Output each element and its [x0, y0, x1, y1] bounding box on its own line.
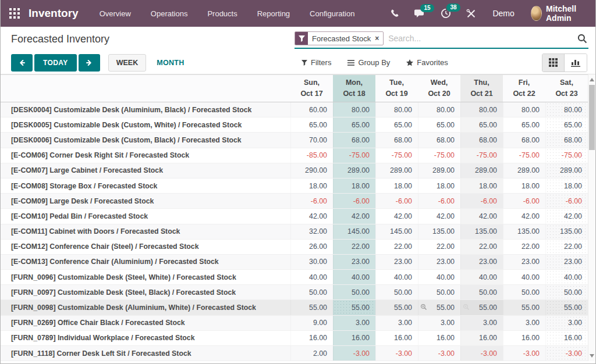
- grid-cell[interactable]: -6.00: [418, 194, 460, 208]
- grid-cell[interactable]: 23.00: [418, 255, 460, 269]
- grid-cell[interactable]: -6.00: [545, 194, 588, 208]
- grid-cell[interactable]: 3.00: [545, 316, 588, 330]
- grid-cell[interactable]: 42.00: [375, 209, 418, 223]
- grid-cell[interactable]: 42.00: [503, 209, 545, 223]
- grid-cell[interactable]: 55.00: [503, 300, 545, 315]
- menu-reporting[interactable]: Reporting: [257, 9, 290, 18]
- grid-cell[interactable]: 145.00: [375, 224, 418, 239]
- grid-cell[interactable]: 40.00: [418, 270, 460, 284]
- filters-menu[interactable]: Filters: [301, 58, 331, 67]
- grid-cell[interactable]: 42.00: [545, 209, 588, 223]
- grid-cell[interactable]: 80.00: [375, 102, 418, 117]
- grid-cell[interactable]: 42.00: [290, 209, 333, 223]
- grid-cell[interactable]: 40.00: [290, 270, 333, 284]
- grid-cell[interactable]: 22.00: [460, 240, 503, 254]
- previous-period-button[interactable]: [11, 54, 33, 72]
- grid-cell[interactable]: 289.00: [503, 163, 545, 178]
- grid-cell[interactable]: 9.00: [290, 316, 333, 330]
- grid-cell[interactable]: 40.00: [375, 270, 418, 284]
- grid-cell[interactable]: 290.00: [290, 163, 333, 178]
- grid-cell[interactable]: 18.00: [460, 179, 503, 193]
- grid-cell[interactable]: 289.00: [545, 163, 588, 178]
- grid-cell[interactable]: -3.00: [375, 346, 418, 361]
- grid-cell[interactable]: 18.00: [503, 179, 545, 193]
- grid-cell[interactable]: 65.00: [545, 117, 588, 132]
- grid-cell[interactable]: 16.00: [460, 331, 503, 345]
- grid-cell[interactable]: 68.00: [375, 133, 418, 147]
- grid-cell[interactable]: 135.00: [418, 224, 460, 239]
- grid-cell[interactable]: 16.00: [333, 331, 375, 345]
- grid-cell[interactable]: 22.00: [418, 240, 460, 254]
- grid-cell[interactable]: 23.00: [503, 255, 545, 269]
- menu-overview[interactable]: Overview: [100, 9, 131, 18]
- grid-cell[interactable]: 16.00: [375, 331, 418, 345]
- search-icon[interactable]: [577, 34, 588, 44]
- grid-cell[interactable]: -75.00: [418, 148, 460, 163]
- apps-menu-icon[interactable]: [9, 7, 20, 20]
- grid-cell[interactable]: 55.00: [460, 300, 503, 315]
- grid-cell[interactable]: 50.00: [290, 285, 333, 299]
- grid-cell[interactable]: 80.00: [503, 102, 545, 117]
- grid-cell[interactable]: -6.00: [375, 194, 418, 208]
- grid-cell[interactable]: 135.00: [503, 224, 545, 239]
- range-month-button[interactable]: MONTH: [157, 59, 184, 67]
- grid-cell[interactable]: 65.00: [460, 117, 503, 132]
- grid-cell[interactable]: 23.00: [333, 255, 375, 269]
- grid-cell[interactable]: 18.00: [333, 179, 375, 193]
- grid-cell[interactable]: -3.00: [545, 346, 588, 361]
- grid-cell[interactable]: -75.00: [333, 148, 375, 163]
- menu-operations[interactable]: Operations: [151, 9, 188, 18]
- grid-cell[interactable]: 3.00: [418, 316, 460, 330]
- scrollbar-thumb[interactable]: [589, 85, 595, 150]
- grid-cell[interactable]: 18.00: [418, 179, 460, 193]
- grid-cell[interactable]: 50.00: [503, 285, 545, 299]
- grid-cell[interactable]: -85.00: [290, 148, 333, 163]
- today-button[interactable]: TODAY: [34, 54, 77, 72]
- grid-cell[interactable]: 289.00: [333, 163, 375, 178]
- grid-cell[interactable]: 289.00: [418, 163, 460, 178]
- vertical-scrollbar[interactable]: [588, 74, 595, 361]
- grid-cell[interactable]: 50.00: [460, 285, 503, 299]
- menu-configuration[interactable]: Configuration: [310, 9, 354, 18]
- next-period-button[interactable]: [79, 54, 100, 72]
- grid-cell[interactable]: 50.00: [418, 285, 460, 299]
- phone-icon[interactable]: [389, 9, 399, 19]
- grid-cell[interactable]: 42.00: [460, 209, 503, 223]
- grid-cell[interactable]: 65.00: [333, 117, 375, 132]
- messages-icon[interactable]: 15: [414, 9, 425, 19]
- grid-cell[interactable]: 30.00: [290, 255, 333, 269]
- environment-label[interactable]: Demo: [492, 9, 514, 18]
- grid-cell[interactable]: 40.00: [333, 270, 375, 284]
- grid-cell[interactable]: -75.00: [460, 148, 503, 163]
- grid-cell[interactable]: 68.00: [418, 133, 460, 147]
- grid-cell[interactable]: 3.00: [333, 316, 375, 330]
- grid-cell[interactable]: -3.00: [503, 346, 545, 361]
- grid-cell[interactable]: -75.00: [375, 148, 418, 163]
- scrollbar-down-arrow[interactable]: [588, 352, 595, 360]
- grid-cell[interactable]: 18.00: [290, 179, 333, 193]
- group-by-menu[interactable]: Group By: [347, 58, 390, 67]
- app-name[interactable]: Inventory: [29, 7, 79, 20]
- grid-cell[interactable]: 18.00: [375, 179, 418, 193]
- grid-cell[interactable]: 55.00: [375, 300, 418, 315]
- grid-cell[interactable]: 80.00: [460, 102, 503, 117]
- grid-cell[interactable]: 3.00: [503, 316, 545, 330]
- grid-cell[interactable]: 68.00: [460, 133, 503, 147]
- grid-cell[interactable]: -6.00: [503, 194, 545, 208]
- grid-cell[interactable]: -3.00: [333, 346, 375, 361]
- grid-cell[interactable]: 80.00: [418, 102, 460, 117]
- grid-cell[interactable]: 2.00: [290, 346, 333, 361]
- tools-icon[interactable]: [466, 9, 476, 19]
- grid-cell[interactable]: 65.00: [290, 117, 333, 132]
- grid-cell[interactable]: -75.00: [545, 148, 588, 163]
- grid-cell[interactable]: 289.00: [460, 163, 503, 178]
- favorites-menu[interactable]: Favorites: [406, 58, 448, 67]
- grid-cell[interactable]: 16.00: [418, 331, 460, 345]
- activities-clock-icon[interactable]: 38: [441, 8, 451, 19]
- graph-view-button[interactable]: [565, 54, 587, 72]
- grid-cell[interactable]: 60.00: [290, 102, 333, 117]
- grid-cell[interactable]: 32.00: [290, 224, 333, 239]
- grid-cell[interactable]: -6.00: [460, 194, 503, 208]
- grid-cell[interactable]: 65.00: [375, 117, 418, 132]
- scrollbar-up-arrow[interactable]: [588, 76, 595, 84]
